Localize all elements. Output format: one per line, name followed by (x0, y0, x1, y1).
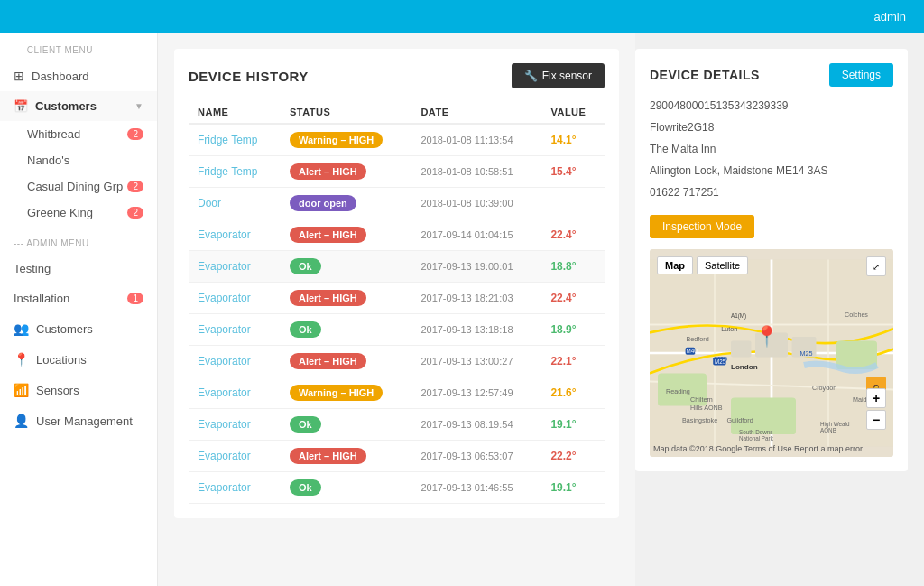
svg-text:M25: M25 (715, 358, 726, 365)
svg-text:Hills AONB: Hills AONB (690, 404, 723, 412)
client-menu-label: --- CLIENT MENU (0, 33, 157, 60)
svg-text:National Park: National Park (739, 435, 774, 442)
device-name-link[interactable]: Evaporator (198, 323, 251, 336)
sidebar-sub-label: Whitbread (27, 127, 124, 141)
device-id: 29004800015135343239339 (650, 98, 893, 114)
device-name-link[interactable]: Evaporator (198, 292, 251, 304)
svg-text:Guildford: Guildford (727, 416, 753, 424)
value-cell: 14.1° (541, 124, 605, 156)
sidebar-item-testing[interactable]: Testing (0, 254, 157, 284)
map-fullscreen-button[interactable]: ⤢ (866, 256, 886, 276)
dashboard-label: Dashboard (32, 70, 143, 83)
device-name-link[interactable]: Fridge Temp (198, 134, 257, 146)
table-row: EvaporatorAlert – HIGH2017-09-13 13:00:2… (189, 346, 605, 377)
sensors-icon: 📶 (14, 383, 29, 397)
topbar: admin (0, 0, 924, 33)
user-management-label: User Management (36, 414, 143, 428)
device-name-link[interactable]: Fridge Temp (198, 165, 257, 178)
history-table: NAME STATUS DATE VALUE Fridge TempWarnin… (189, 101, 605, 504)
sensors-label: Sensors (36, 384, 143, 397)
table-row: Doordoor open2018-01-08 10:39:00 (189, 188, 605, 219)
inspection-mode-button[interactable]: Inspection Mode (650, 215, 754, 238)
date-cell: 2017-09-13 12:57:49 (411, 377, 541, 409)
map-tab-satellite[interactable]: Satellite (697, 256, 748, 274)
customers-icon: 📅 (14, 99, 28, 113)
date-cell: 2017-09-13 18:21:03 (411, 283, 541, 314)
table-row: EvaporatorAlert – HIGH2017-09-14 01:04:1… (189, 219, 605, 251)
device-name-link[interactable]: Evaporator (198, 355, 251, 367)
status-badge: Warning – HIGH (290, 132, 383, 148)
map-svg: Bedford Colches Chiltern Hills AONB Lond… (650, 249, 893, 457)
col-status: STATUS (281, 101, 411, 124)
date-cell: 2018-01-08 10:58:51 (411, 156, 541, 188)
status-badge: Alert – HIGH (290, 290, 366, 306)
device-name-link[interactable]: Evaporator (198, 418, 251, 431)
customers-submenu: Whitbread2Nando'sCasual Dining Grp2Green… (0, 121, 157, 226)
sidebar-item-user-management[interactable]: 👤 User Management (0, 405, 157, 436)
map-attribution: Map data ©2018 Google Terms of Use Repor… (653, 444, 863, 453)
value-cell: 19.1° (541, 409, 605, 441)
col-name: NAME (189, 101, 281, 124)
device-details-header: DEVICE DETAILS Settings (650, 63, 893, 87)
status-badge: Alert – HIGH (290, 448, 366, 464)
status-badge: Alert – HIGH (290, 227, 366, 243)
sidebar-sub-item[interactable]: Casual Dining Grp2 (0, 173, 157, 200)
sidebar-sub-item[interactable]: Greene King2 (0, 200, 157, 226)
sidebar-sub-item[interactable]: Nando's (0, 147, 157, 173)
sidebar-sub-label: Casual Dining Grp (27, 180, 124, 193)
sidebar: --- CLIENT MENU ⊞ Dashboard 📅 Customers … (0, 33, 158, 586)
col-value: VALUE (541, 101, 605, 124)
sidebar-item-installation[interactable]: Installation 1 (0, 284, 157, 313)
svg-text:South Downs: South Downs (739, 429, 772, 435)
value-cell: 15.4° (541, 156, 605, 188)
map-zoom-out-button[interactable]: − (866, 410, 886, 430)
device-name-link[interactable]: Door (198, 197, 221, 209)
sidebar-sub-label: Nando's (27, 153, 143, 167)
settings-button[interactable]: Settings (829, 63, 893, 87)
sidebar-sub-item[interactable]: Whitbread2 (0, 121, 157, 147)
date-cell: 2017-09-13 01:46:55 (411, 472, 541, 504)
map-zoom-in-button[interactable]: + (866, 388, 886, 408)
device-name-link[interactable]: Evaporator (198, 260, 251, 273)
sidebar-customers-toggle[interactable]: 📅 Customers ▼ (0, 91, 157, 121)
map-zoom-controls: + − (866, 388, 886, 430)
svg-text:Croydon: Croydon (812, 384, 836, 392)
svg-text:Basingstoke: Basingstoke (682, 416, 717, 424)
map-pin: 📍 (754, 325, 779, 349)
date-cell: 2017-09-13 19:00:01 (411, 251, 541, 283)
wrench-icon: 🔧 (524, 70, 538, 82)
device-model: Flowrite2G18 (650, 119, 893, 135)
device-history-panel: DEVICE HISTORY 🔧 Fix sensor NAME STATUS … (174, 49, 619, 518)
value-cell: 22.4° (541, 283, 605, 314)
svg-text:Chiltern: Chiltern (690, 395, 713, 404)
sidebar-item-customers-admin[interactable]: 👥 Customers (0, 313, 157, 344)
table-header-row: NAME STATUS DATE VALUE (189, 101, 605, 124)
testing-label: Testing (14, 262, 143, 275)
svg-text:Bedford: Bedford (687, 335, 709, 343)
sidebar-item-dashboard[interactable]: ⊞ Dashboard (0, 60, 157, 91)
device-name-link[interactable]: Evaporator (198, 481, 251, 494)
device-name-link[interactable]: Evaporator (198, 450, 251, 462)
user-management-icon: 👤 (14, 414, 29, 428)
device-details-card: DEVICE DETAILS Settings 2900480001513534… (635, 49, 908, 471)
device-name-link[interactable]: Evaporator (198, 386, 251, 399)
map-container: Bedford Colches Chiltern Hills AONB Lond… (650, 249, 893, 457)
fix-sensor-label: Fix sensor (542, 70, 592, 82)
fix-sensor-button[interactable]: 🔧 Fix sensor (512, 63, 605, 88)
sidebar-sub-label: Greene King (27, 206, 124, 219)
sidebar-item-sensors[interactable]: 📶 Sensors (0, 375, 157, 405)
panel-header: DEVICE HISTORY 🔧 Fix sensor (189, 63, 605, 88)
device-details-title: DEVICE DETAILS (650, 68, 760, 82)
date-cell: 2018-01-08 10:39:00 (411, 188, 541, 219)
sidebar-item-locations[interactable]: 📍 Locations (0, 344, 157, 375)
chevron-down-icon: ▼ (134, 101, 143, 111)
map-tab-map[interactable]: Map (657, 256, 693, 274)
value-cell: 22.1° (541, 346, 605, 377)
admin-menu-label: --- ADMIN MENU (0, 226, 157, 254)
svg-text:Reading: Reading (666, 387, 690, 395)
main-content: DEVICE HISTORY 🔧 Fix sensor NAME STATUS … (158, 33, 635, 586)
table-row: EvaporatorAlert – HIGH2017-09-13 06:53:0… (189, 441, 605, 472)
value-cell (541, 188, 605, 219)
sidebar-sub-badge: 2 (127, 207, 143, 219)
device-name-link[interactable]: Evaporator (198, 228, 251, 241)
